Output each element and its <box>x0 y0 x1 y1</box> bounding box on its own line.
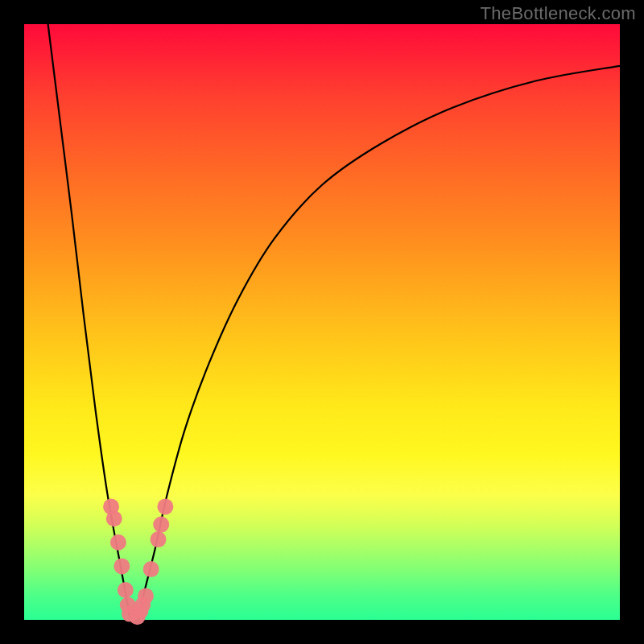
data-marker <box>106 510 122 526</box>
data-marker <box>118 582 134 598</box>
watermark-text: TheBottleneck.com <box>481 3 636 24</box>
data-marker <box>157 498 173 514</box>
plot-area <box>24 24 620 620</box>
data-marker <box>143 561 159 577</box>
marker-group <box>103 498 173 625</box>
data-marker <box>151 531 167 547</box>
chart-frame: TheBottleneck.com <box>0 0 644 644</box>
curve-right <box>138 66 620 620</box>
curve-left <box>48 24 130 620</box>
data-marker <box>114 558 130 574</box>
data-marker <box>110 535 126 551</box>
data-marker <box>138 588 154 604</box>
data-marker <box>153 517 169 533</box>
chart-svg <box>24 24 620 620</box>
